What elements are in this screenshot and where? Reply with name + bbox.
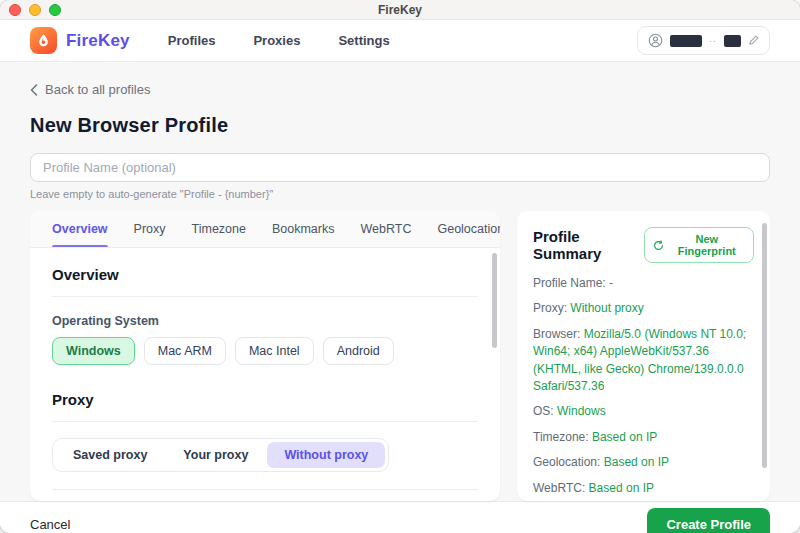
account-menu[interactable]: ·· xyxy=(637,26,770,55)
firekey-logo-icon xyxy=(30,27,57,54)
titlebar: FireKey xyxy=(0,0,800,20)
refresh-icon xyxy=(653,240,664,251)
overview-section-title: Overview xyxy=(52,266,478,283)
os-options: Windows Mac ARM Mac Intel Android xyxy=(52,337,478,365)
window-title: FireKey xyxy=(0,3,800,17)
proxy-option-without[interactable]: Without proxy xyxy=(267,442,385,468)
summary-title: Profile Summary xyxy=(533,228,644,262)
proxy-section-title: Proxy xyxy=(52,391,478,408)
os-option-mac-arm[interactable]: Mac ARM xyxy=(144,337,226,365)
back-link-label: Back to all profiles xyxy=(45,82,151,97)
footer-bar: Cancel Create Profile xyxy=(0,501,800,533)
content-columns: Overview Proxy Timezone Bookmarks WebRTC… xyxy=(30,211,770,501)
summary-row-geolocation: Geolocation: Based on IP xyxy=(533,454,754,471)
page-title: New Browser Profile xyxy=(30,114,770,137)
proxy-option-your[interactable]: Your proxy xyxy=(166,442,265,468)
left-panel-scrollbar[interactable] xyxy=(492,253,497,348)
divider xyxy=(52,489,478,490)
main-content: Back to all profiles New Browser Profile… xyxy=(0,62,800,501)
new-fingerprint-label: New Fingerprint xyxy=(669,233,745,257)
redacted-account-dots: ·· xyxy=(709,36,717,46)
os-option-windows[interactable]: Windows xyxy=(52,337,135,365)
operating-system-label: Operating System xyxy=(52,314,478,328)
redacted-account-text xyxy=(670,35,702,47)
summary-row-timezone: Timezone: Based on IP xyxy=(533,429,754,446)
summary-row-proxy: Proxy: Without proxy xyxy=(533,300,754,317)
profile-settings-card: Overview Proxy Timezone Bookmarks WebRTC… xyxy=(30,211,500,501)
tab-webrtc[interactable]: WebRTC xyxy=(361,211,412,247)
app-nav: FireKey Profiles Proxies Settings ·· xyxy=(0,20,800,62)
summary-header: Profile Summary New Fingerprint xyxy=(533,227,754,263)
user-avatar-icon xyxy=(648,33,663,48)
profile-summary-card: Profile Summary New Fingerprint Pr xyxy=(517,211,770,501)
nav-menu: Profiles Proxies Settings xyxy=(168,33,390,48)
cancel-button[interactable]: Cancel xyxy=(30,517,70,532)
nav-item-settings[interactable]: Settings xyxy=(338,33,389,48)
tab-timezone[interactable]: Timezone xyxy=(192,211,246,247)
os-option-android[interactable]: Android xyxy=(323,337,394,365)
create-profile-button[interactable]: Create Profile xyxy=(647,508,770,533)
new-fingerprint-button[interactable]: New Fingerprint xyxy=(644,227,754,263)
brand-name[interactable]: FireKey xyxy=(66,31,130,51)
back-to-profiles-link[interactable]: Back to all profiles xyxy=(30,82,151,97)
summary-row-webrtc: WebRTC: Based on IP xyxy=(533,480,754,497)
tab-overview[interactable]: Overview xyxy=(52,211,108,247)
redacted-account-text-2 xyxy=(724,35,741,47)
summary-row-os: OS: Windows xyxy=(533,403,754,420)
overview-panel: Overview Operating System Windows Mac AR… xyxy=(30,248,500,501)
proxy-mode-segmented-control: Saved proxy Your proxy Without proxy xyxy=(52,438,389,472)
app-window: FireKey FireKey Profiles Proxies Setting… xyxy=(0,0,800,533)
tab-geolocation[interactable]: Geolocation xyxy=(437,211,500,247)
profile-name-hint: Leave empty to auto-generate "Profile - … xyxy=(30,188,770,200)
nav-item-profiles[interactable]: Profiles xyxy=(168,33,216,48)
nav-item-proxies[interactable]: Proxies xyxy=(253,33,300,48)
divider xyxy=(52,421,478,422)
summary-row-browser: Browser: Mozilla/5.0 (Windows NT 10.0; W… xyxy=(533,326,754,396)
summary-scrollbar[interactable] xyxy=(762,223,767,468)
chevron-left-icon xyxy=(30,84,38,96)
settings-tabs: Overview Proxy Timezone Bookmarks WebRTC… xyxy=(30,211,500,248)
profile-name-input[interactable] xyxy=(30,153,770,182)
edit-account-icon[interactable] xyxy=(748,35,759,46)
summary-row-profile-name: Profile Name: - xyxy=(533,275,754,292)
proxy-option-saved[interactable]: Saved proxy xyxy=(56,442,164,468)
os-option-mac-intel[interactable]: Mac Intel xyxy=(235,337,314,365)
divider xyxy=(52,296,478,297)
tab-bookmarks[interactable]: Bookmarks xyxy=(272,211,335,247)
summary-rows: Profile Name: - Proxy: Without proxy Bro… xyxy=(533,275,754,501)
tab-proxy[interactable]: Proxy xyxy=(134,211,166,247)
